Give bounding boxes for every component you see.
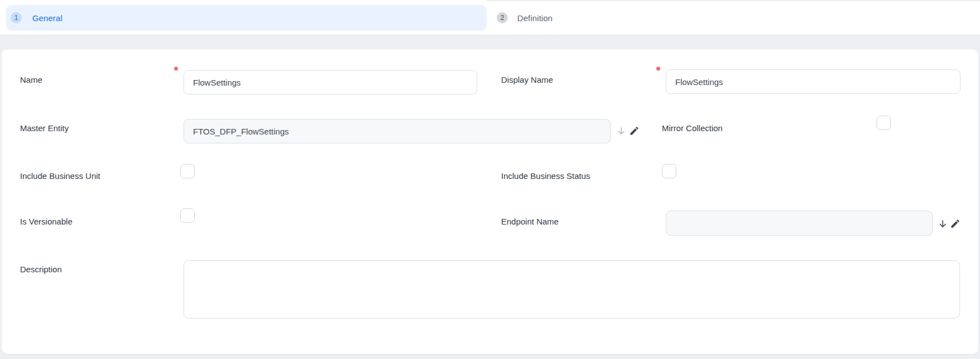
name-input[interactable] <box>184 70 477 94</box>
top-divider <box>487 0 980 1</box>
general-form-card: Name Display Name Master Entity Mirror C… <box>2 49 978 354</box>
endpoint-name-arrow-down-icon[interactable] <box>937 218 948 230</box>
display-name-required-dot <box>656 67 660 71</box>
include-business-status-label: Include Business Status <box>501 171 590 182</box>
step-2-label: Definition <box>517 13 553 23</box>
name-required-dot <box>174 67 178 71</box>
display-name-input[interactable] <box>666 69 961 94</box>
endpoint-name-edit-pencil-icon[interactable] <box>949 218 961 229</box>
include-business-status-checkbox[interactable] <box>662 164 676 178</box>
display-name-label: Display Name <box>501 74 553 86</box>
is-versionable-label: Is Versionable <box>20 216 72 227</box>
master-entity-edit-pencil-icon[interactable] <box>628 125 640 136</box>
description-textarea[interactable] <box>184 260 960 318</box>
endpoint-name-label: Endpoint Name <box>501 216 558 227</box>
step-1-badge: 1 <box>11 12 22 23</box>
is-versionable-checkbox[interactable] <box>180 208 195 223</box>
mirror-collection-label: Mirror Collection <box>662 123 722 134</box>
master-entity-label: Master Entity <box>20 123 69 134</box>
tab-definition[interactable]: 2 Definition <box>487 5 876 31</box>
tab-general[interactable]: 1 General <box>6 5 487 31</box>
step-2-badge: 2 <box>497 12 508 23</box>
include-business-unit-checkbox[interactable] <box>180 164 195 178</box>
master-entity-input[interactable] <box>184 119 611 143</box>
step-1-label: General <box>32 13 62 23</box>
master-entity-arrow-down-icon[interactable] <box>616 126 627 137</box>
stepper-bar: 1 General 2 Definition <box>0 0 980 34</box>
endpoint-name-input[interactable] <box>666 211 933 236</box>
mirror-collection-checkbox[interactable] <box>877 116 891 130</box>
description-label: Description <box>20 264 62 275</box>
include-business-unit-label: Include Business Unit <box>20 171 100 182</box>
name-label: Name <box>20 74 42 86</box>
